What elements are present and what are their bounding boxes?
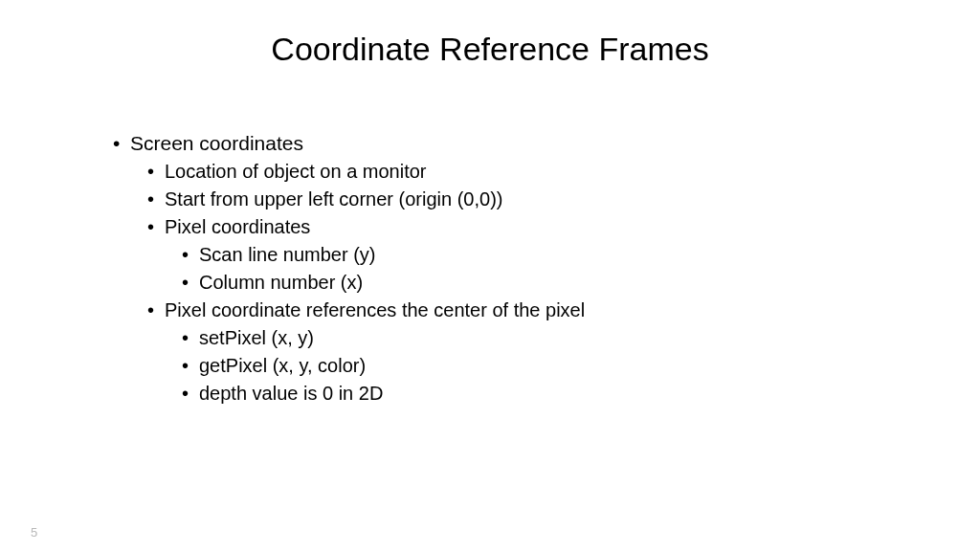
bullet-level-2: Location of object on a monitor bbox=[165, 161, 923, 183]
bullet-level-3: depth value is 0 in 2D bbox=[199, 383, 923, 405]
slide-content: Screen coordinates Location of object on… bbox=[113, 132, 923, 410]
bullet-level-2: Start from upper left corner (origin (0,… bbox=[165, 188, 923, 210]
bullet-level-3: Column number (x) bbox=[199, 272, 923, 294]
bullet-level-1: Screen coordinates bbox=[130, 132, 923, 155]
slide-title: Coordinate Reference Frames bbox=[0, 31, 980, 68]
page-number: 5 bbox=[31, 525, 37, 540]
bullet-level-3: setPixel (x, y) bbox=[199, 327, 923, 349]
bullet-level-2: Pixel coordinate references the center o… bbox=[165, 299, 923, 321]
bullet-level-3: getPixel (x, y, color) bbox=[199, 355, 923, 377]
slide: Coordinate Reference Frames Screen coord… bbox=[0, 0, 980, 551]
bullet-level-2: Pixel coordinates bbox=[165, 216, 923, 238]
bullet-level-3: Scan line number (y) bbox=[199, 244, 923, 266]
